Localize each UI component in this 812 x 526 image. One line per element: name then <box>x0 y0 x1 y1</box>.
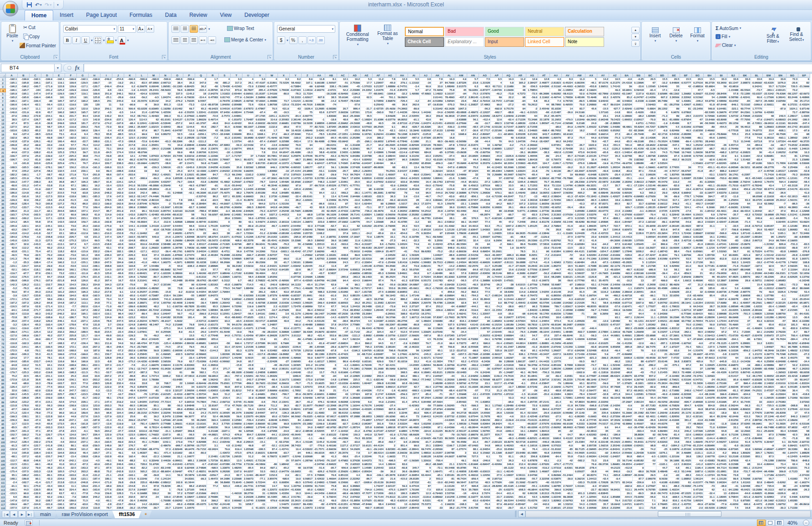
cell[interactable]: 984.9 <box>491 426 503 430</box>
cell[interactable]: 1.59216 <box>597 444 609 448</box>
cell[interactable] <box>444 401 455 404</box>
cell[interactable]: 146.9 <box>101 309 112 312</box>
cell[interactable]: 16.0 <box>574 254 585 257</box>
row-header-96[interactable]: 96 <box>0 426 6 430</box>
cell[interactable]: -1026.6 <box>775 492 787 496</box>
cell[interactable]: 2.06706 <box>195 151 207 155</box>
cell[interactable]: 13 <box>609 338 621 341</box>
cell[interactable]: 791.5 <box>574 506 585 510</box>
cell[interactable]: -2.8 <box>101 503 112 506</box>
cell[interactable]: -99.4314 <box>739 210 751 213</box>
cell[interactable]: 99.1532 <box>585 396 597 400</box>
cell[interactable]: -0.76554 <box>692 320 704 323</box>
cell[interactable]: -0.32403 <box>491 334 503 338</box>
cell[interactable]: -0.11996 <box>645 100 656 103</box>
cell[interactable]: -1113.8 <box>207 356 219 360</box>
cell[interactable]: -33.5319 <box>361 257 373 261</box>
cell[interactable]: -60.5594 <box>739 89 751 92</box>
cell[interactable]: -926.2 <box>313 470 325 474</box>
cell[interactable]: 0.98555 <box>160 246 171 250</box>
cell[interactable]: 1.98828 <box>798 451 810 455</box>
cell[interactable]: -84 <box>420 100 432 103</box>
cell[interactable]: 1.76498 <box>384 151 396 155</box>
cell[interactable]: 69.3077 <box>183 415 195 419</box>
cell[interactable]: 93.9841 <box>621 89 633 92</box>
tab-split-handle[interactable] <box>515 511 518 517</box>
cell[interactable]: 265.3 <box>373 199 384 202</box>
cell[interactable]: 2.02137 <box>384 485 396 488</box>
cell[interactable]: -109.6 <box>65 287 77 291</box>
cell[interactable]: -21.6 <box>444 177 455 180</box>
cell[interactable]: 943.8 <box>266 206 278 210</box>
cell[interactable]: -2.98781 <box>325 235 337 239</box>
cell[interactable]: -51 <box>302 470 313 474</box>
cell[interactable]: 99.1 <box>349 283 361 287</box>
cell[interactable]: -80.5 <box>727 367 739 371</box>
cell[interactable]: 169.4 <box>89 206 101 210</box>
cell[interactable]: -118.2 <box>30 320 41 323</box>
cell[interactable]: 3 <box>171 188 183 191</box>
cell[interactable]: 91 <box>266 338 278 341</box>
cell[interactable]: 2.57249 <box>337 268 349 272</box>
cell[interactable]: 87.7608 <box>609 386 621 389</box>
cell[interactable]: -0.34636 <box>656 327 668 331</box>
cell[interactable]: 1087.0 <box>692 470 704 474</box>
cell[interactable]: 25.3 <box>514 375 526 378</box>
cell[interactable]: 1.17691 <box>396 353 408 356</box>
cell[interactable]: 1.48050 <box>514 158 526 162</box>
cell[interactable]: -1.20630 <box>396 184 408 188</box>
cell[interactable]: -1.54080 <box>609 125 621 129</box>
cell[interactable]: 11.3583 <box>373 301 384 305</box>
cell[interactable]: 576.5 <box>467 217 479 220</box>
cell[interactable]: -16.7905 <box>597 272 609 276</box>
cell[interactable]: -80 <box>266 463 278 466</box>
cell[interactable]: 26.6 <box>751 228 763 232</box>
cell[interactable]: 77.3 <box>479 389 491 393</box>
cell[interactable]: 99.0 <box>408 444 420 448</box>
cell[interactable]: -41.5676 <box>266 279 278 283</box>
cell[interactable]: -35.2 <box>18 144 30 147</box>
cell[interactable]: -41.5959 <box>550 342 562 346</box>
cell[interactable]: 75 <box>337 463 349 466</box>
cell[interactable]: -164 <box>30 89 41 92</box>
cell[interactable]: -78.4 <box>574 393 585 396</box>
cell[interactable]: 54.8 <box>645 430 656 433</box>
cell[interactable]: 0.13896 <box>633 81 645 85</box>
cell[interactable]: 102.1 <box>77 136 89 140</box>
cell[interactable]: -1.42365 <box>645 257 656 261</box>
cell[interactable]: 79.3 <box>148 371 160 375</box>
cell[interactable]: 91 <box>514 448 526 451</box>
cell[interactable]: 1.05951 <box>585 492 597 496</box>
cell[interactable]: 0.72888 <box>668 140 680 144</box>
cell[interactable]: 24.3352 <box>361 89 373 92</box>
cell[interactable]: -86.5 <box>787 202 798 206</box>
cell[interactable]: -245.3 <box>420 353 432 356</box>
cell[interactable]: -0.20512 <box>538 419 550 422</box>
cell[interactable]: -0.60225 <box>171 298 183 301</box>
cell[interactable]: 0.72706 <box>692 155 704 158</box>
cell[interactable]: -1.32016 <box>432 298 444 301</box>
cell[interactable]: -35.2 <box>396 265 408 268</box>
cell[interactable]: 64.5416 <box>692 305 704 309</box>
cell[interactable]: 2.65117 <box>195 243 207 246</box>
row-header-5[interactable]: 5 <box>0 92 6 96</box>
cell[interactable]: 35.8 <box>231 166 242 170</box>
cell[interactable]: -222.1 <box>89 364 101 367</box>
column-header-BK[interactable]: BK <box>739 74 751 78</box>
cell[interactable]: -1.28135 <box>645 206 656 210</box>
cell[interactable]: 90.3 <box>621 437 633 441</box>
cell[interactable]: -64.1743 <box>787 125 798 129</box>
cell[interactable]: -0.54731 <box>692 378 704 382</box>
cell[interactable]: -0.62626 <box>787 276 798 279</box>
cell[interactable]: -65.2 <box>384 327 396 331</box>
cell[interactable]: -178.1 <box>41 166 53 170</box>
cell[interactable]: -35 <box>787 378 798 382</box>
cell[interactable]: 100.3 <box>53 485 65 488</box>
cell[interactable]: -26.0 <box>6 320 18 323</box>
cell[interactable]: -296.1 <box>361 140 373 144</box>
cell[interactable]: -58.0 <box>183 188 195 191</box>
cell[interactable]: -0.02075 <box>337 316 349 320</box>
cell[interactable]: 201.9 <box>112 210 124 213</box>
cell[interactable]: -91.6 <box>30 228 41 232</box>
cell[interactable]: -1.12290 <box>207 155 219 158</box>
